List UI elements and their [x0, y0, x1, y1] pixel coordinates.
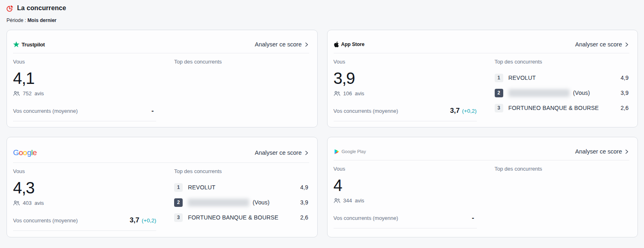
users-icon	[13, 200, 20, 206]
your-score-value: 4,1	[13, 70, 156, 87]
competitors-average-value: 3,7	[130, 216, 140, 224]
analyze-score-label: Analyser ce score	[575, 41, 622, 48]
platform-name: Google Play	[342, 149, 366, 154]
your-score-value: 4,3	[13, 179, 156, 196]
period-selector: Période : Mois dernier	[7, 18, 644, 23]
competitor-name: FORTUNEO BANQUE & BOURSE	[188, 214, 278, 221]
google-logo: Google	[13, 148, 37, 157]
page-header: La concurrence Période : Mois dernier	[0, 4, 644, 23]
competitor-rating: 2,6	[300, 214, 308, 221]
reviews-number: 403	[23, 200, 32, 206]
trustpilot-logo: Trustpilot	[13, 41, 45, 48]
competitor-name: (Vous)	[188, 199, 270, 206]
competitors-average-label: Vos concurrents (moyenne)	[334, 215, 398, 221]
your-score-column: Vous 4,3 403 avis Vos concurrents (	[13, 168, 156, 231]
competitors-average-label: Vos concurrents (moyenne)	[13, 217, 78, 224]
reviews-count: 106 avis	[334, 90, 477, 97]
users-icon	[334, 90, 341, 97]
competitors-average-label: Vos concurrents (moyenne)	[334, 108, 398, 114]
divider	[334, 121, 477, 121]
competitors-average-row: Vos concurrents (moyenne) -	[334, 214, 477, 222]
competitor-row: 3FORTUNEO BANQUE & BOURSE2,6	[174, 213, 308, 222]
competitor-rating: 4,9	[300, 184, 308, 191]
competitors-average-value: 3,7	[450, 107, 460, 115]
divider	[13, 121, 156, 121]
reviews-count: 752 avis	[13, 90, 156, 97]
reviews-number: 752	[23, 90, 32, 97]
your-score-column: Vous 3,9 106 avis Vos concurrents (	[334, 59, 477, 121]
score-cards-grid: Trustpilot Analyser ce score Vous 4,1	[7, 30, 638, 237]
google-card: Google Analyser ce score Vous 4,3	[7, 137, 318, 237]
divider	[13, 230, 156, 231]
competitor-rating: 4,9	[621, 75, 629, 81]
reviews-suffix: avis	[35, 200, 44, 206]
reviews-count: 403 avis	[13, 200, 156, 206]
top-competitors-label: Top des concurrents	[174, 168, 308, 174]
analyze-score-link[interactable]: Analyser ce score	[575, 148, 629, 155]
your-score-column: Vous 4,1 752 avis Vos concurrents (	[13, 59, 156, 121]
users-icon	[13, 90, 20, 97]
reviews-number: 344	[343, 198, 352, 204]
you-label: Vous	[13, 168, 156, 174]
period-label: Période :	[7, 18, 26, 23]
period-value: Mois dernier	[27, 18, 56, 23]
masked-company-name	[188, 199, 249, 206]
rank-badge: 1	[174, 183, 183, 192]
competition-page: La concurrence Période : Mois dernier Tr…	[0, 0, 644, 248]
competitor-rating: 3,9	[300, 199, 308, 206]
appstore-logo: App Store	[334, 41, 365, 48]
google-play-icon	[334, 149, 340, 155]
competitor-row: 1REVOLUT4,9	[174, 182, 308, 192]
analyze-score-link[interactable]: Analyser ce score	[575, 41, 629, 48]
competitor-name: FORTUNEO BANQUE & BOURSE	[509, 105, 599, 111]
analyze-score-link[interactable]: Analyser ce score	[255, 41, 309, 48]
competitor-row: 2(Vous)3,9	[495, 88, 629, 98]
you-label: Vous	[334, 59, 477, 65]
trustpilot-star-icon	[13, 41, 20, 48]
your-score-column: Vous 4 344 avis Vos concurrents (mo	[334, 166, 477, 228]
chevron-right-icon	[624, 42, 629, 47]
reviews-suffix: avis	[355, 198, 364, 204]
analyze-score-link[interactable]: Analyser ce score	[255, 149, 309, 156]
analyze-score-label: Analyser ce score	[575, 148, 622, 155]
competitors-average-row: Vos concurrents (moyenne) -	[13, 107, 156, 115]
rank-badge: 3	[495, 104, 503, 112]
competitors-average-value: -	[472, 214, 474, 222]
reviews-count: 344 avis	[334, 198, 477, 204]
competitor-name: REVOLUT	[509, 75, 536, 81]
reviews-suffix: avis	[35, 90, 44, 97]
chevron-right-icon	[304, 150, 309, 156]
top-competitors-label: Top des concurrents	[174, 59, 308, 65]
apple-icon	[334, 41, 339, 48]
your-score-value: 3,9	[334, 70, 477, 87]
rank-badge: 2	[174, 198, 183, 207]
top-competitors-list: 1REVOLUT4,92(Vous)3,93FORTUNEO BANQUE & …	[174, 182, 308, 222]
top-competitors-column: Top des concurrents 1REVOLUT4,92(Vous)3,…	[174, 168, 308, 231]
competitor-row: 3FORTUNEO BANQUE & BOURSE2,6	[495, 103, 629, 113]
competitors-average-value: -	[151, 107, 154, 115]
google-logo-text: Google	[13, 148, 37, 157]
googleplay-logo: Google Play	[334, 149, 366, 155]
top-competitors-column: Top des concurrents 1REVOLUT4,92(Vous)3,…	[495, 59, 629, 121]
your-score-value: 4	[334, 177, 477, 194]
divider	[334, 228, 477, 228]
trustpilot-card: Trustpilot Analyser ce score Vous 4,1	[7, 30, 318, 127]
competitor-name: (Vous)	[509, 89, 590, 97]
analyze-score-label: Analyser ce score	[255, 41, 301, 48]
competitor-name: REVOLUT	[188, 184, 216, 191]
reviews-number: 106	[343, 90, 352, 97]
competitor-rating: 2,6	[621, 105, 629, 111]
competitor-row: 2(Vous)3,9	[174, 198, 308, 207]
pie-chart-icon	[7, 5, 13, 12]
appstore-card: App Store Analyser ce score Vous 3,9	[327, 30, 638, 127]
competitor-row: 1REVOLUT4,9	[495, 73, 629, 83]
competitors-average-row: Vos concurrents (moyenne) 3,7 (+0,2)	[13, 216, 156, 224]
rank-badge: 1	[495, 74, 503, 82]
you-label: Vous	[334, 166, 477, 172]
platform-name: App Store	[341, 42, 365, 47]
competitor-rating: 3,9	[621, 90, 629, 96]
top-competitors-list: 1REVOLUT4,92(Vous)3,93FORTUNEO BANQUE & …	[495, 73, 629, 113]
users-icon	[334, 198, 341, 204]
top-competitors-column: Top des concurrents	[495, 166, 629, 228]
chevron-right-icon	[304, 42, 309, 47]
